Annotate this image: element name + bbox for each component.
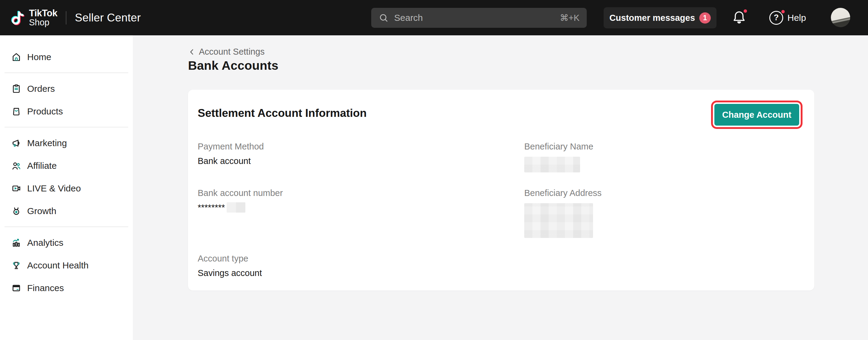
sidebar-item-label: Products <box>27 106 63 117</box>
sidebar-item-label: Growth <box>27 206 56 216</box>
masked-digits: ******** <box>198 202 225 213</box>
field-label: Bank account number <box>198 187 524 198</box>
analytics-icon <box>11 238 21 248</box>
help-button[interactable]: ? Help <box>769 0 806 35</box>
account-fields: Payment Method Bank account Beneficiary … <box>198 141 799 278</box>
field-beneficiary-address: Beneficiary Address <box>524 187 799 238</box>
sidebar-item-orders[interactable]: Orders <box>0 77 133 100</box>
redacted-beneficiary-address <box>524 203 593 238</box>
live-video-icon <box>11 184 21 193</box>
search-placeholder: Search <box>394 13 560 23</box>
sidebar-item-label: Account Health <box>27 260 88 271</box>
sidebar-item-label: Home <box>27 52 51 62</box>
page-title: Bank Accounts <box>188 59 868 73</box>
redacted-beneficiary-name <box>524 157 580 173</box>
marketing-icon <box>11 138 21 148</box>
search-shortcut-hint: ⌘+K <box>560 13 580 23</box>
orders-icon <box>11 84 21 94</box>
logo-divider <box>66 11 66 25</box>
sidebar-item-label: Finances <box>27 283 64 293</box>
search-icon <box>378 13 389 23</box>
sidebar-item-home[interactable]: Home <box>0 45 133 68</box>
notifications-button[interactable] <box>732 0 747 35</box>
help-notification-dot <box>780 9 785 14</box>
sidebar-item-live-video[interactable]: LIVE & Video <box>0 177 133 199</box>
breadcrumb-label: Account Settings <box>199 47 265 57</box>
sidebar-nav: Home Orders Products Ma <box>0 35 133 340</box>
customer-messages-button[interactable]: Customer messages 1 <box>603 7 716 28</box>
products-icon <box>11 106 21 116</box>
sidebar-divider <box>4 127 128 127</box>
home-icon <box>11 52 21 62</box>
field-value: Savings account <box>198 268 524 278</box>
settlement-account-card: Settlement Account Information Change Ac… <box>188 90 814 290</box>
sidebar-item-account-health[interactable]: Account Health <box>0 254 133 277</box>
notification-dot <box>743 8 748 13</box>
field-label: Beneficiary Name <box>524 141 799 152</box>
chevron-left-icon <box>188 48 196 56</box>
field-label: Payment Method <box>198 141 524 152</box>
top-header: TikTok Shop Seller Center Search ⌘+K Cus… <box>0 0 868 35</box>
main-content: Account Settings Bank Accounts Settlemen… <box>133 35 868 340</box>
user-avatar[interactable] <box>831 8 850 27</box>
sidebar-item-label: Analytics <box>27 238 63 248</box>
finances-icon <box>11 283 21 293</box>
sidebar-item-growth[interactable]: Growth <box>0 199 133 222</box>
change-account-button[interactable]: Change Account <box>714 104 799 126</box>
sidebar-item-label: Affiliate <box>27 161 57 171</box>
field-account-type: Account type Savings account <box>198 253 524 278</box>
customer-messages-badge: 1 <box>699 12 711 24</box>
sidebar-item-affiliate[interactable]: Affiliate <box>0 154 133 177</box>
tiktok-logo-icon <box>8 9 26 27</box>
field-label: Beneficiary Address <box>524 187 799 198</box>
search-input[interactable]: Search ⌘+K <box>371 8 587 28</box>
field-label: Account type <box>198 253 524 264</box>
sidebar-item-products[interactable]: Products <box>0 100 133 123</box>
tiktok-shop-logo[interactable]: TikTok Shop Seller Center <box>8 0 141 35</box>
account-health-icon <box>11 260 21 270</box>
help-label: Help <box>787 13 806 23</box>
customer-messages-label: Customer messages <box>609 13 695 23</box>
affiliate-icon <box>11 161 21 171</box>
field-payment-method: Payment Method Bank account <box>198 141 524 173</box>
product-name: Seller Center <box>75 11 141 24</box>
sidebar-item-marketing[interactable]: Marketing <box>0 132 133 154</box>
field-bank-account-number: Bank account number ******** <box>198 187 524 238</box>
sidebar-item-label: Orders <box>27 84 55 94</box>
sidebar-item-label: LIVE & Video <box>27 183 81 193</box>
sidebar-item-label: Marketing <box>27 138 67 148</box>
logo-wordmark: TikTok Shop <box>29 8 57 27</box>
field-beneficiary-name: Beneficiary Name <box>524 141 799 173</box>
growth-icon <box>11 206 21 216</box>
field-value: Bank account <box>198 155 524 166</box>
card-title: Settlement Account Information <box>198 106 799 120</box>
annotation-highlight-ring: Change Account <box>714 104 799 126</box>
sidebar-item-finances[interactable]: Finances <box>0 277 133 299</box>
sidebar-item-analytics[interactable]: Analytics <box>0 231 133 254</box>
breadcrumb-back-link[interactable]: Account Settings <box>188 47 265 57</box>
sidebar-divider <box>4 72 128 73</box>
redacted-account-digits <box>227 202 245 213</box>
sidebar-divider <box>4 226 128 227</box>
